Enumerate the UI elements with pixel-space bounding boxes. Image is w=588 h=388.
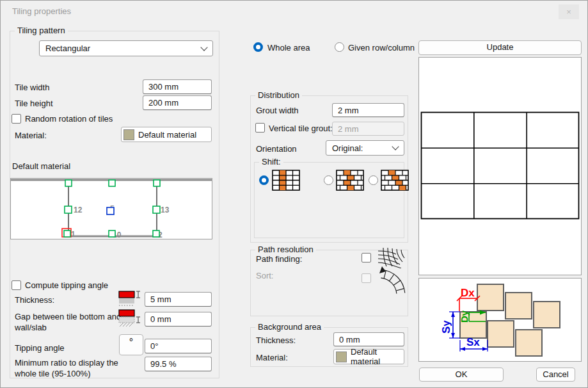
window-title: Tiling properties [12, 6, 71, 16]
thickness-input[interactable]: 5 mm [145, 292, 212, 307]
dy-label: Dy [459, 310, 470, 323]
bg-material-button-label: Default material [351, 347, 402, 366]
diagram-tile [477, 284, 504, 311]
path-finding-label: Path finding: [256, 254, 302, 265]
min-ratio-input[interactable]: 99.5 % [145, 357, 212, 371]
pattern-select-value: Rectangular [45, 44, 90, 53]
tile-height-input[interactable]: 200 mm [143, 95, 212, 110]
sy-label: Sy [440, 320, 452, 334]
group-shift-label: Shift: [259, 157, 283, 166]
handle-green [109, 230, 115, 237]
handle-green [153, 230, 159, 237]
cancel-button[interactable]: Cancel [536, 368, 575, 382]
compute-tipping-checkbox[interactable] [12, 280, 21, 290]
material-preview-caption: Default material [12, 161, 70, 172]
bg-thickness-input[interactable]: 0 mm [333, 332, 404, 346]
grout-width-label: Grout width [256, 106, 298, 117]
handle-green [153, 206, 160, 213]
diagram-tile [505, 293, 532, 319]
bg-material-button[interactable]: Default material [333, 349, 404, 364]
shift-option-diagonal-radio[interactable] [369, 175, 378, 185]
bg-material-label: Material: [256, 353, 288, 364]
shift-diagram-canvas: Dx Sy Dy [419, 279, 581, 361]
given-row-column-radio[interactable] [335, 42, 344, 52]
diagram-tile [488, 321, 514, 347]
shift-option-staggered-radio[interactable] [324, 175, 333, 185]
chevron-down-icon [200, 44, 207, 51]
group-distribution-label: Distribution [255, 90, 302, 100]
tiling-properties-dialog: Tiling properties × Tiling pattern Recta… [0, 0, 588, 388]
handle-blue [107, 207, 114, 214]
tile-thickness-icon [118, 289, 143, 307]
bg-thickness-label: Thickness: [256, 335, 296, 346]
material-swatch [123, 129, 134, 140]
sx-label: Sx [466, 336, 480, 348]
grout-width-input[interactable]: 2 mm [332, 103, 404, 117]
orientation-select-value: Original: [332, 143, 363, 153]
sort-checkbox [362, 273, 371, 283]
tile-grid-canvas [419, 58, 581, 275]
material-preview-panel: 12 5 13 1 10 2 [10, 178, 212, 239]
bg-material-swatch [336, 352, 347, 362]
handle-number: 12 [74, 206, 83, 214]
given-row-column-label: Given row/column [348, 43, 415, 54]
shift-diagram-panel: Dx Sy Dy [418, 278, 582, 362]
diagram-tile [534, 302, 560, 328]
group-path-resolution-label: Path resolution [255, 245, 316, 254]
tile-gap-icon [118, 309, 143, 327]
tile-preview-panel [418, 57, 582, 275]
tile-height-label: Tile height [15, 99, 53, 109]
degree-button[interactable]: ° [119, 334, 143, 355]
chevron-down-icon [392, 143, 399, 150]
orientation-label: Orientation [256, 144, 297, 155]
vertical-grout-input: 2 mm [332, 122, 404, 136]
thickness-label: Thickness: [15, 295, 54, 306]
whole-area-label: Whole area [267, 43, 310, 54]
sort-label: Sort: [256, 271, 273, 282]
min-ratio-label: Minimum ratio to display the whole tile … [15, 358, 141, 379]
ok-button[interactable]: OK [419, 368, 504, 382]
close-button[interactable]: × [559, 4, 579, 19]
tile-width-label: Tile width [15, 83, 49, 93]
random-rotation-label: Random rotation of tiles [25, 114, 113, 125]
vertical-grout-label: Vertical tile grout: [269, 124, 333, 134]
pattern-select[interactable]: Rectangular [39, 40, 213, 56]
vertical-grout-checkbox[interactable] [255, 123, 265, 133]
shift-option-straight-radio[interactable] [259, 175, 269, 185]
compute-tipping-label: Compute tipping angle [25, 280, 108, 291]
tipping-angle-input[interactable]: 0° [145, 339, 212, 353]
degree-icon: ° [129, 337, 133, 348]
close-icon: × [566, 7, 571, 17]
handle-green [109, 180, 115, 186]
handle-green [65, 206, 72, 213]
shift-staggered-icon [336, 170, 364, 191]
material-button-label: Default material [138, 130, 196, 140]
gap-label: Gap between tile bottom and wall/slab [15, 312, 122, 333]
shift-straight-icon [272, 170, 300, 191]
diagram-tile [516, 330, 542, 356]
material-button[interactable]: Default material [121, 127, 212, 142]
handle-number: 1 [71, 230, 75, 239]
path-finding-checkbox[interactable] [362, 253, 371, 263]
gap-input[interactable]: 0 mm [145, 312, 212, 327]
update-button[interactable]: Update [418, 40, 582, 55]
orientation-select[interactable]: Original: [326, 140, 404, 156]
material-preview-canvas: 12 5 13 1 10 2 [11, 179, 212, 239]
shift-diagonal-icon [381, 170, 409, 191]
whole-area-radio[interactable] [253, 42, 263, 52]
tipping-angle-label: Tipping angle [15, 343, 65, 354]
handle-green [154, 180, 160, 186]
handle-green [64, 230, 70, 237]
group-tiling-pattern-label: Tiling pattern [15, 26, 68, 35]
dx-label: Dx [461, 287, 475, 299]
random-rotation-checkbox[interactable] [12, 114, 21, 124]
handle-green [65, 180, 72, 186]
sort-path-icon [377, 264, 406, 294]
handle-number: 13 [161, 206, 170, 214]
tile-width-input[interactable]: 300 mm [143, 79, 212, 94]
material-label: Material: [15, 131, 47, 141]
group-background-area-label: Background area [255, 322, 324, 332]
